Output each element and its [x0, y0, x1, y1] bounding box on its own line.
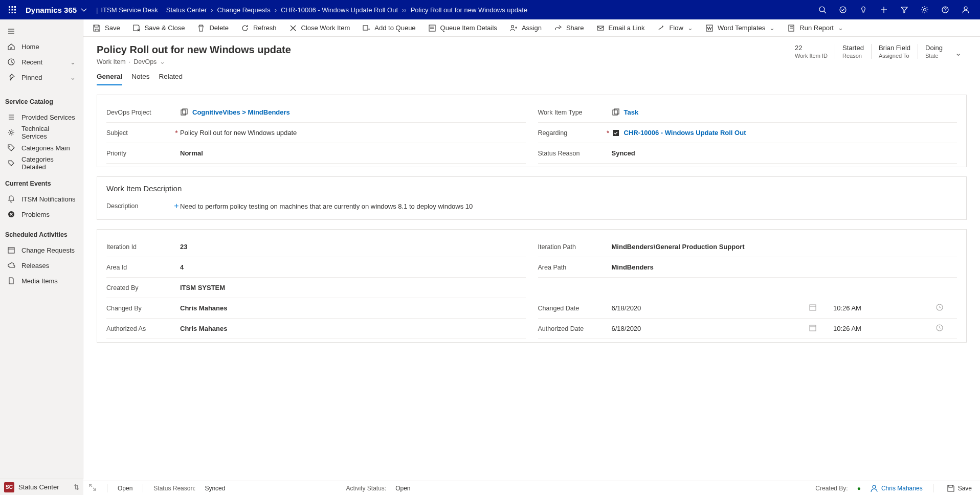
delete-button[interactable]: Delete — [192, 19, 234, 37]
svg-rect-4 — [12, 9, 13, 11]
svg-point-11 — [840, 7, 846, 13]
created-by-person[interactable]: Chris Mahanes — [870, 484, 923, 492]
chevron-down-icon: ⌄ — [687, 24, 693, 32]
field-devops-project[interactable]: DevOps Project CognitiveVibes > MindBend… — [106, 102, 526, 123]
field-work-item-type[interactable]: Work Item Type Task — [538, 102, 957, 123]
help-icon[interactable] — [935, 0, 955, 19]
sidebar-item-categories-detailed[interactable]: Categories Detailed — [0, 155, 83, 171]
cmd-label: Word Templates — [718, 24, 765, 32]
share-button[interactable]: Share — [549, 19, 589, 37]
sidebar-label: Releases — [21, 262, 49, 269]
form-status-bar: Open Status Reason: Synced Activity Stat… — [83, 481, 980, 495]
breadcrumb-area[interactable]: ITSM Service Desk — [101, 6, 158, 14]
sidebar-item-releases[interactable]: Releases — [0, 258, 83, 273]
sidebar-item-problems[interactable]: Problems — [0, 207, 83, 222]
field-subject[interactable]: Subject* Policy Roll out for new Windows… — [106, 123, 526, 143]
sidebar-item-technical-services[interactable]: Technical Services — [0, 125, 83, 140]
cmd-label: Assign — [522, 24, 542, 32]
sidebar-recent[interactable]: Recent ⌄ — [0, 54, 83, 70]
field-changed-date[interactable]: Changed Date 6/18/2020 10:26 AM — [538, 298, 957, 319]
save-button[interactable]: Save — [87, 19, 125, 37]
user-icon[interactable] — [955, 0, 976, 19]
expand-icon[interactable] — [88, 483, 97, 493]
lightbulb-icon[interactable] — [853, 0, 874, 19]
share-icon — [554, 24, 562, 32]
sidebar-item-categories-main[interactable]: Categories Main — [0, 140, 83, 155]
clock-icon[interactable] — [936, 324, 944, 333]
sidebar-item-provided-services[interactable]: Provided Services — [0, 109, 83, 125]
chevron-down-icon: ⌄ — [70, 58, 76, 66]
tags-icon — [7, 159, 15, 167]
cmd-label: Share — [566, 24, 584, 32]
content-area: Save Save & Close Delete Refresh Close W… — [83, 19, 980, 495]
field-priority[interactable]: Priority Normal — [106, 143, 526, 164]
sidebar-item-media-items[interactable]: Media Items — [0, 273, 83, 288]
sidebar-hamburger[interactable] — [0, 24, 83, 39]
app-badge: SC — [4, 482, 14, 492]
sidebar-item-change-requests[interactable]: Change Requests — [0, 242, 83, 258]
tab-related[interactable]: Related — [159, 73, 183, 85]
field-iteration-path[interactable]: Iteration PathMindBenders\General Produc… — [538, 237, 957, 257]
refresh-button[interactable]: Refresh — [236, 19, 282, 37]
breadcrumb-3[interactable]: Policy Roll out for new Windows update — [411, 6, 527, 14]
form-tabs: General Notes Related — [83, 65, 980, 85]
calendar-icon[interactable] — [809, 324, 817, 333]
run-report-button[interactable]: Run Report⌄ — [782, 19, 848, 37]
app-name: Dynamics 365 — [26, 6, 77, 14]
sidebar-home[interactable]: Home — [0, 39, 83, 54]
queue-details-button[interactable]: Queue Item Details — [423, 19, 502, 37]
tab-notes[interactable]: Notes — [131, 73, 149, 85]
sidebar-pinned[interactable]: Pinned ⌄ — [0, 70, 83, 85]
field-status-reason[interactable]: Status Reason Synced — [538, 143, 957, 164]
word-templates-button[interactable]: Word Templates⌄ — [700, 19, 780, 37]
field-description[interactable]: Description+ Need to perform policy test… — [106, 196, 957, 216]
sidebar-label: Problems — [21, 211, 50, 218]
sidebar-label: Technical Services — [21, 125, 76, 140]
settings-icon[interactable] — [915, 0, 935, 19]
app-launcher-icon[interactable] — [4, 0, 20, 19]
email-link-button[interactable]: Email a Link — [591, 19, 650, 37]
field-changed-by[interactable]: Changed ByChris Mahanes — [106, 298, 526, 319]
field-area-path[interactable]: Area PathMindBenders — [538, 257, 957, 278]
save-close-button[interactable]: Save & Close — [127, 19, 190, 37]
record-title: Policy Roll out for new Windows update — [97, 44, 291, 56]
search-icon[interactable] — [812, 0, 833, 19]
sidebar-label: Pinned — [21, 74, 42, 81]
sitemap-sidebar: Home Recent ⌄ Pinned ⌄ Service Catalog P… — [0, 19, 83, 495]
add-to-queue-button[interactable]: Add to Queue — [357, 19, 420, 37]
field-iteration-id[interactable]: Iteration Id23 — [106, 237, 526, 257]
field-regarding[interactable]: Regarding* CHR-10006 - Windows Update Ro… — [538, 123, 957, 143]
field-created-by[interactable]: Created ByITSM SYSTEM — [106, 278, 526, 298]
cmd-label: Close Work Item — [301, 24, 350, 32]
svg-rect-5 — [14, 9, 16, 11]
field-authorized-as[interactable]: Authorized AsChris Mahanes — [106, 319, 526, 339]
status-reason-value: Synced — [205, 485, 225, 492]
breadcrumb-0[interactable]: Status Center — [166, 6, 207, 14]
double-chevron-right-icon: ›› — [402, 6, 407, 14]
add-icon[interactable] — [874, 0, 894, 19]
clock-icon[interactable] — [936, 303, 944, 313]
global-nav: Dynamics 365 | ITSM Service Desk Status … — [0, 0, 980, 19]
assign-button[interactable]: Assign — [504, 19, 547, 37]
field-authorized-date[interactable]: Authorized Date 6/18/2020 10:26 AM — [538, 319, 957, 339]
task-icon[interactable] — [833, 0, 853, 19]
form-header: Policy Roll out for new Windows update W… — [83, 37, 980, 65]
queue-add-icon — [362, 24, 370, 32]
close-work-item-button[interactable]: Close Work Item — [284, 19, 355, 37]
expand-header-button[interactable]: ⌄ — [950, 44, 967, 62]
tab-general[interactable]: General — [97, 73, 122, 85]
flow-button[interactable]: Flow⌄ — [652, 19, 698, 37]
field-area-id[interactable]: Area Id4 — [106, 257, 526, 278]
app-switcher[interactable]: Dynamics 365 — [20, 6, 93, 14]
form-body[interactable]: DevOps Project CognitiveVibes > MindBend… — [83, 85, 980, 481]
filter-icon[interactable] — [894, 0, 915, 19]
footer-save-button[interactable]: Save — [944, 484, 975, 492]
command-bar: Save Save & Close Delete Refresh Close W… — [83, 19, 980, 37]
trash-icon — [197, 24, 205, 32]
form-selector[interactable]: DevOps — [133, 58, 157, 65]
calendar-icon[interactable] — [809, 303, 817, 313]
sidebar-app-picker[interactable]: SC Status Center ⇅ — [0, 479, 83, 495]
sidebar-item-itsm-notifications[interactable]: ITSM Notifications — [0, 191, 83, 207]
breadcrumb-2[interactable]: CHR-10006 - Windows Update Roll Out — [281, 6, 398, 14]
breadcrumb-1[interactable]: Change Requests — [217, 6, 271, 14]
